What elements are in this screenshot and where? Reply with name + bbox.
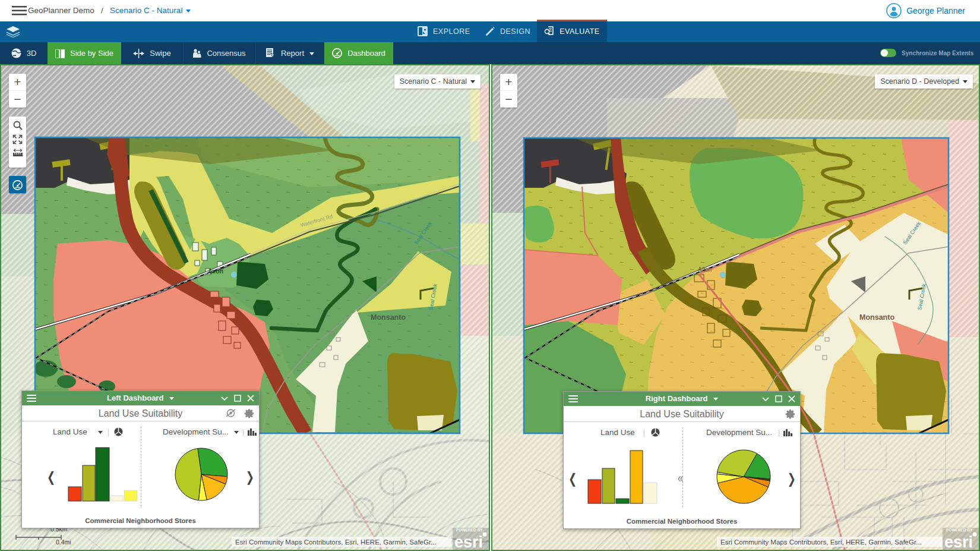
svg-text:POWERED BY: POWERED BY (946, 528, 973, 532)
svg-text:0.4mi: 0.4mi (56, 539, 71, 546)
svg-text:esri: esri (454, 533, 483, 550)
svg-text:Monsanto: Monsanto (859, 313, 894, 322)
svg-text:POWERED BY: POWERED BY (456, 528, 483, 532)
svg-text:esri: esri (944, 533, 973, 550)
svg-text:Esri Community Maps Contributo: Esri Community Maps Contributors, Esri, … (235, 539, 437, 546)
svg-text:Avon: Avon (208, 267, 223, 275)
svg-text:Esri Community Maps Contributo: Esri Community Maps Contributors, Esri, … (720, 539, 922, 546)
svg-text:Monsanto: Monsanto (371, 313, 406, 322)
svg-text:Afton: Afton (698, 266, 712, 273)
